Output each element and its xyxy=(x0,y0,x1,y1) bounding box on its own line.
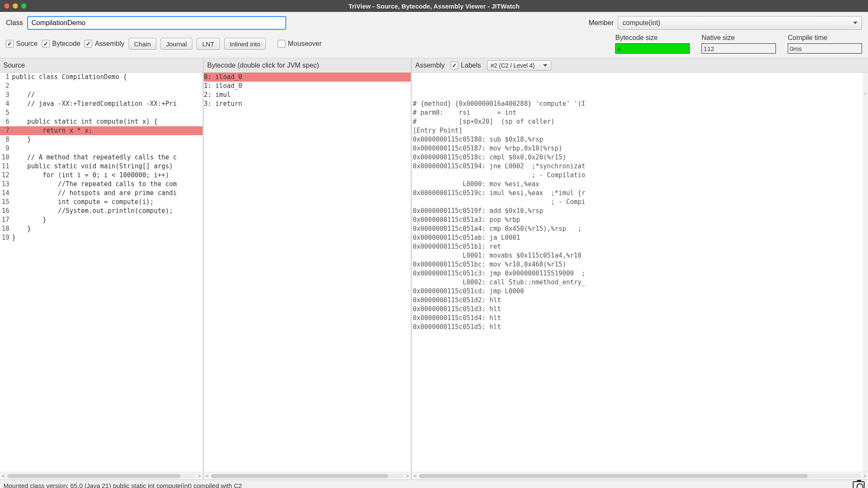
member-select[interactable]: compute(int) xyxy=(618,16,862,30)
assembly-code-area[interactable]: ^ # {method} {0x000000016a400288} 'compu… xyxy=(412,73,868,472)
bytecode-line[interactable]: 1: iload_0 xyxy=(204,82,411,91)
source-line[interactable]: 8 } xyxy=(0,135,203,144)
source-line[interactable]: 10 // A method that repeatedly calls the… xyxy=(0,153,203,162)
close-window-button[interactable] xyxy=(4,3,9,9)
assembly-line[interactable]: [Entry Point] xyxy=(412,126,863,135)
source-line[interactable]: 1public class CompilationDemo { xyxy=(0,73,203,82)
assembly-vscroll[interactable]: ^ xyxy=(863,73,868,472)
bytecode-text: 0: iload_0 xyxy=(204,73,411,82)
assembly-line[interactable]: 0x0000000115c05194: jne L0002 ;*synchron… xyxy=(412,162,863,171)
source-line[interactable]: 3 // xyxy=(0,91,203,99)
bytecode-panel-header: Bytecode (double click for JVM spec) xyxy=(204,58,411,73)
assembly-line[interactable]: # [sp+0x20] (sp of caller) xyxy=(412,117,863,126)
assembly-line[interactable]: # parm0: rsi = int xyxy=(412,108,863,117)
bytecode-panel: Bytecode (double click for JVM spec) 0: … xyxy=(204,58,412,479)
source-line[interactable]: 9 xyxy=(0,144,203,153)
source-line[interactable]: 7 return x * x; xyxy=(0,126,203,135)
source-checkbox-wrap[interactable]: Source xyxy=(6,40,38,48)
assembly-line[interactable]: 0x0000000115c051d5: hlt xyxy=(412,323,863,332)
labels-checkbox[interactable] xyxy=(451,62,458,69)
assembly-line[interactable]: 0x0000000115c051a4: cmp 0x450(%r15),%rsp… xyxy=(412,224,863,233)
assembly-line[interactable]: 0x0000000115c051d2: hlt xyxy=(412,296,863,305)
source-line[interactable]: 2 xyxy=(0,82,203,91)
source-hscroll[interactable]: <> xyxy=(0,472,203,479)
maximize-window-button[interactable] xyxy=(21,3,26,9)
line-number: 10 xyxy=(0,153,12,162)
assembly-line[interactable]: 0x0000000115c051b1: ret xyxy=(412,242,863,251)
line-number: 5 xyxy=(0,108,12,117)
source-line[interactable]: 14 // hotspots and are prime candi xyxy=(0,189,203,198)
lnt-button[interactable]: LNT xyxy=(197,38,220,50)
bytecode-checkbox-label: Bytecode xyxy=(52,40,81,48)
source-text: //The repeated calls to the com xyxy=(12,180,203,189)
class-label: Class xyxy=(6,19,23,27)
bytecode-line[interactable]: 3: ireturn xyxy=(204,99,411,108)
source-line[interactable]: 18 } xyxy=(0,224,203,233)
source-line[interactable]: 6 public static int compute(int x) { xyxy=(0,117,203,126)
assembly-line[interactable]: 0x0000000115c051cd: jmp L0000 xyxy=(412,287,863,296)
chevron-down-icon xyxy=(543,64,547,67)
assembly-line[interactable]: 0x0000000115c0519f: add $0x10,%rsp xyxy=(412,207,863,216)
line-number: 18 xyxy=(0,224,12,233)
source-line[interactable]: 4 // java -XX:+TieredCompilation -XX:+Pr… xyxy=(0,99,203,108)
mouseover-checkbox-wrap[interactable]: Mouseover xyxy=(278,40,321,48)
assembly-checkbox-wrap[interactable]: Assembly xyxy=(85,40,124,48)
assembly-line[interactable]: 0x0000000115c051d3: hlt xyxy=(412,305,863,314)
assembly-hscroll[interactable]: <> xyxy=(412,472,868,479)
source-line[interactable]: 11 public static void main(String[] args… xyxy=(0,162,203,171)
assembly-line[interactable]: L0002: call Stub::nmethod_entry_ xyxy=(412,278,863,287)
labels-checkbox-wrap[interactable]: Labels xyxy=(451,62,481,69)
source-text xyxy=(12,108,203,117)
bytecode-line[interactable]: 0: iload_0 xyxy=(204,73,411,82)
assembly-line[interactable]: 0x0000000115c051a3: pop %rbp xyxy=(412,216,863,224)
source-line[interactable]: 16 //System.out.println(compute); xyxy=(0,207,203,216)
assembly-line[interactable]: L0001: movabs $0x115c051a4,%r10 xyxy=(412,251,863,260)
bytecode-checkbox-wrap[interactable]: Bytecode xyxy=(42,40,81,48)
bytecode-hscroll[interactable]: <> xyxy=(204,472,411,479)
asm-version-select[interactable]: #2 (C2 / Level 4) xyxy=(487,60,552,71)
camera-icon[interactable] xyxy=(853,481,865,488)
bytecode-checkbox[interactable] xyxy=(42,40,50,48)
bytecode-line[interactable]: 2: imul xyxy=(204,91,411,99)
line-number: 8 xyxy=(0,135,12,144)
source-text: public class CompilationDemo { xyxy=(12,73,203,82)
class-input[interactable] xyxy=(27,16,286,30)
assembly-line[interactable]: 0x0000000115c051c3: jmp 0x00000001155190… xyxy=(412,269,863,278)
source-checkbox[interactable] xyxy=(6,40,14,48)
line-number: 14 xyxy=(0,189,12,198)
assembly-line[interactable]: 0x0000000115c0518c: cmpl $0x0,0x20(%r15) xyxy=(412,153,863,162)
source-line[interactable]: 12 for (int i = 0; i < 1000000; i++) xyxy=(0,171,203,180)
source-line[interactable]: 5 xyxy=(0,108,203,117)
journal-button[interactable]: Journal xyxy=(161,38,192,50)
bytecode-text: 3: ireturn xyxy=(204,99,411,108)
assembly-line[interactable]: # {method} {0x000000016a400288} 'compute… xyxy=(412,99,863,108)
mouseover-checkbox-label: Mouseover xyxy=(288,40,321,48)
traffic-lights xyxy=(4,3,26,9)
source-line[interactable]: 13 //The repeated calls to the com xyxy=(0,180,203,189)
stat-compile-time: Compile time 0ms xyxy=(788,34,862,54)
assembly-line[interactable]: 0x0000000115c051d4: hlt xyxy=(412,314,863,323)
assembly-line[interactable]: 0x0000000115c051bc: mov %r10,0x468(%r15) xyxy=(412,260,863,269)
assembly-panel-title: Assembly xyxy=(415,62,445,69)
assembly-line[interactable]: ; - Compilatio xyxy=(412,171,863,180)
source-code-area[interactable]: 1public class CompilationDemo {23 //4 //… xyxy=(0,73,203,472)
assembly-line[interactable]: ; - Compi xyxy=(412,198,863,207)
inlined-into-button[interactable]: Inlined into xyxy=(224,38,266,50)
assembly-line[interactable]: 0x0000000115c05187: mov %rbp,0x10(%rsp) xyxy=(412,144,863,153)
line-number: 15 xyxy=(0,198,12,207)
source-line[interactable]: 17 } xyxy=(0,216,203,224)
bytecode-code-area[interactable]: 0: iload_01: iload_02: imul3: ireturn xyxy=(204,73,411,472)
assembly-line[interactable]: 0x0000000115c05180: sub $0x18,%rsp xyxy=(412,135,863,144)
mouseover-checkbox[interactable] xyxy=(278,40,285,48)
chain-button[interactable]: Chain xyxy=(129,38,156,50)
assembly-line[interactable]: L0000: mov %esi,%eax xyxy=(412,180,863,189)
source-line[interactable]: 19} xyxy=(0,233,203,242)
assembly-checkbox[interactable] xyxy=(85,40,92,48)
assembly-line[interactable]: 0x0000000115c0519c: imul %esi,%eax ;*imu… xyxy=(412,189,863,198)
asm-version-value: #2 (C2 / Level 4) xyxy=(491,62,535,69)
minimize-window-button[interactable] xyxy=(13,3,18,9)
source-text: // java -XX:+TieredCompilation -XX:+Pri xyxy=(12,99,203,108)
assembly-line[interactable]: 0x0000000115c051ab: ja L0001 xyxy=(412,233,863,242)
source-text xyxy=(12,82,203,91)
source-line[interactable]: 15 int compute = compute(i); xyxy=(0,198,203,207)
